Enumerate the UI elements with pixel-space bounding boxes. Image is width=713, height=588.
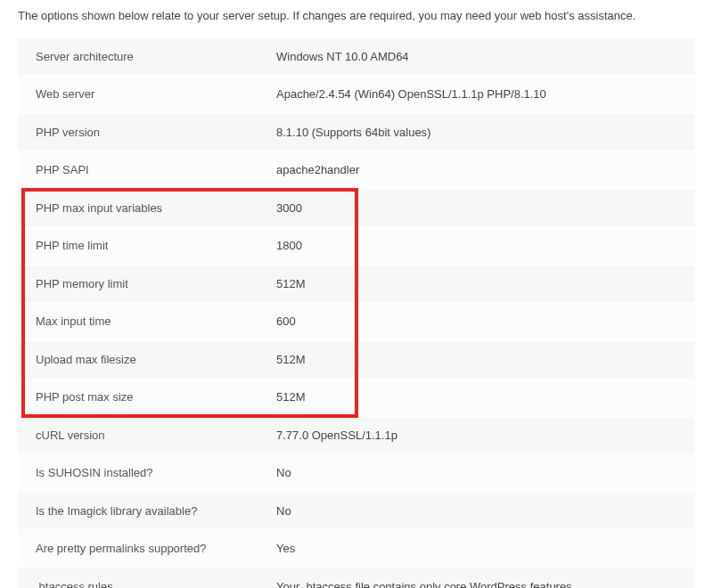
table-row: PHP version8.1.10 (Supports 64bit values… — [18, 114, 695, 152]
row-value: Your .htaccess file contains only core W… — [276, 580, 695, 588]
table-row: Server architectureWindows NT 10.0 AMD64 — [18, 38, 695, 77]
row-value: No — [276, 466, 695, 479]
server-info-table-wrapper: Server architectureWindows NT 10.0 AMD64… — [18, 38, 695, 589]
row-value: 7.77.0 OpenSSL/1.1.1p — [276, 429, 695, 442]
row-label: PHP time limit — [18, 239, 276, 252]
row-value: 3000 — [276, 201, 695, 215]
table-row: Upload max filesize512M — [18, 341, 695, 380]
row-value: Windows NT 10.0 AMD64 — [276, 50, 695, 63]
row-value: 1800 — [276, 239, 695, 252]
table-row: Max input time600 — [18, 303, 695, 341]
row-label: Is SUHOSIN installed? — [18, 466, 276, 479]
row-value: 512M — [276, 277, 695, 290]
row-label: PHP SAPI — [18, 163, 276, 176]
table-row: PHP post max size512M — [18, 379, 695, 417]
table-row: cURL version7.77.0 OpenSSL/1.1.1p — [18, 417, 695, 455]
table-row: Are pretty permalinks supported?Yes — [18, 530, 695, 568]
row-value: 512M — [276, 353, 695, 366]
row-value: 512M — [276, 390, 695, 404]
server-info-table: Server architectureWindows NT 10.0 AMD64… — [18, 38, 695, 589]
row-label: Upload max filesize — [18, 353, 276, 366]
row-label: Server architecture — [18, 50, 276, 63]
table-row: Web serverApache/2.4.54 (Win64) OpenSSL/… — [18, 76, 695, 114]
table-row: Is SUHOSIN installed?No — [18, 454, 695, 493]
row-label: Are pretty permalinks supported? — [18, 542, 276, 555]
table-row: PHP memory limit512M — [18, 265, 695, 304]
table-row: PHP time limit1800 — [18, 227, 695, 265]
row-label: cURL version — [18, 429, 276, 442]
row-label: Web server — [18, 87, 276, 101]
row-value: 8.1.10 (Supports 64bit values) — [276, 126, 695, 139]
row-label: Is the Imagick library available? — [18, 504, 276, 518]
table-row: .htaccess rulesYour .htaccess file conta… — [18, 568, 695, 589]
table-row: PHP SAPIapache2handler — [18, 151, 695, 190]
row-value: 600 — [276, 314, 695, 328]
table-row: PHP max input variables3000 — [18, 190, 695, 228]
table-row: Is the Imagick library available?No — [18, 493, 695, 531]
row-label: PHP version — [18, 126, 276, 139]
row-value: Apache/2.4.54 (Win64) OpenSSL/1.1.1p PHP… — [276, 87, 695, 101]
row-value: apache2handler — [276, 163, 695, 176]
row-label: PHP max input variables — [18, 201, 276, 215]
intro-text: The options shown below relate to your s… — [18, 7, 695, 25]
row-label: .htaccess rules — [18, 580, 276, 588]
row-value: No — [276, 504, 695, 518]
row-value: Yes — [276, 542, 695, 555]
row-label: Max input time — [18, 314, 276, 328]
row-label: PHP memory limit — [18, 277, 276, 290]
row-label: PHP post max size — [18, 390, 276, 404]
